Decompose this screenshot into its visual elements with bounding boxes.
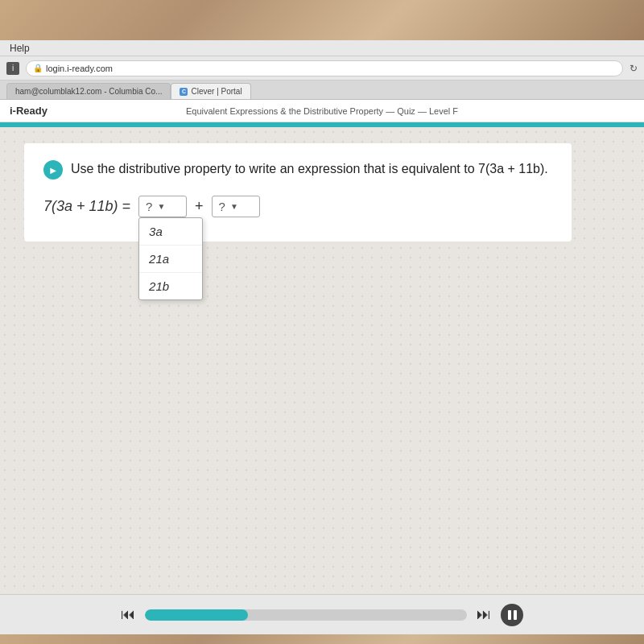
next-button[interactable]: ⏭ (477, 606, 491, 623)
pause-button[interactable] (501, 604, 523, 626)
option-21b[interactable]: 21b (139, 273, 202, 299)
tab-2-favicon: C (180, 88, 188, 96)
question-text: Use the distributive property to write a… (71, 159, 548, 179)
equation-row: 7(3a + 11b) = ? ▼ 3a 21a 21b + ? (43, 196, 552, 217)
pause-bar-left (508, 610, 511, 620)
dropdown-2-button[interactable]: ? ▼ (212, 196, 260, 217)
tab-1[interactable]: ham@columblak12.com - Columbia Co... (6, 83, 171, 99)
progress-bar-fill (145, 609, 248, 621)
tab-2[interactable]: C Clever | Portal (171, 83, 250, 99)
option-3a[interactable]: 3a (139, 218, 202, 246)
plus-sign: + (195, 198, 204, 215)
lock-icon: 🔒 (33, 64, 43, 72)
refresh-button[interactable]: ↻ (630, 63, 638, 74)
dropdown-1-button[interactable]: ? ▼ (138, 196, 187, 217)
address-text: login.i-ready.com (46, 64, 113, 73)
dropdown-2-container: ? ▼ (212, 196, 260, 217)
prev-button[interactable]: ⏮ (121, 606, 135, 623)
pause-bar-right (514, 610, 517, 620)
option-21a[interactable]: 21a (139, 246, 202, 273)
equation-label: 7(3a + 11b) = (43, 198, 130, 215)
browser-chrome: i 🔒 login.i-ready.com ↻ (0, 56, 644, 80)
main-content: Use the distributive property to write a… (0, 127, 644, 594)
top-photo-bar (0, 0, 644, 40)
bottom-photo-bar (0, 634, 644, 644)
app-header: i-Ready Equivalent Expressions & the Dis… (0, 100, 644, 122)
tabs-bar: ham@columblak12.com - Columbia Co... C C… (0, 80, 644, 100)
dropdown-1-arrow: ▼ (157, 202, 165, 211)
help-menu[interactable]: Help (6, 43, 33, 54)
dropdown-1-value: ? (146, 200, 152, 213)
progress-bar-container (145, 609, 467, 621)
dropdown-1-container: ? ▼ 3a 21a 21b (138, 196, 187, 217)
quiz-title: Equivalent Expressions & the Distributiv… (186, 106, 458, 116)
app-name: i-Ready (10, 105, 47, 117)
question-container: Use the distributive property to write a… (43, 159, 552, 180)
audio-button[interactable] (43, 160, 63, 180)
dropdown-1-menu: 3a 21a 21b (138, 217, 203, 300)
menu-bar: Help (0, 40, 644, 56)
tab-2-label: Clever | Portal (191, 87, 242, 96)
question-area: Use the distributive property to write a… (24, 143, 572, 242)
tab-1-label: ham@columblak12.com - Columbia Co... (15, 87, 162, 96)
browser-icon: i (6, 62, 19, 75)
dropdown-2-arrow: ▼ (230, 202, 238, 211)
media-bar: ⏮ ⏭ (0, 594, 644, 634)
address-bar[interactable]: 🔒 login.i-ready.com (26, 60, 623, 76)
dropdown-2-value: ? (219, 200, 225, 213)
